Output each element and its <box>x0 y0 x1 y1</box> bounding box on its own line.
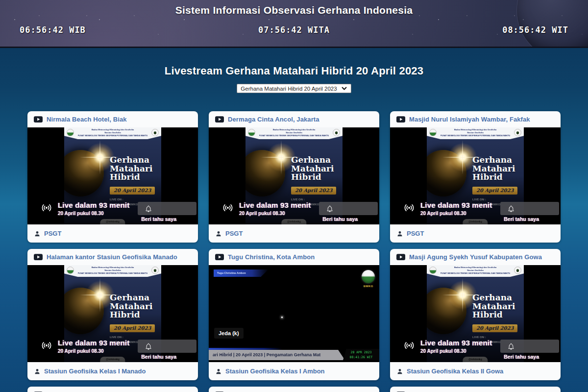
livestream-card: Halaman Kantor Stasiun Meteorologi Umbu … <box>27 387 198 392</box>
notify-label: Beri tahu saya <box>504 216 539 222</box>
cards-grid: Nirmala Beach Hotel, Biak Badan Meteorol… <box>27 111 561 392</box>
livestream-card: Masji Agung Syekh Yusuf Kabupaten Gowa B… <box>390 249 561 380</box>
card-footer: PSGT <box>27 224 198 243</box>
premiere-schedule-text: 20 April pukul 08.30 <box>58 348 129 354</box>
bell-icon <box>507 343 515 350</box>
livestream-card: Nirmala Beach Hotel, Biak Badan Meteorol… <box>390 387 561 392</box>
channel-link[interactable]: PSGT <box>44 230 61 237</box>
channel-link[interactable]: PSGT <box>225 230 243 237</box>
livestream-card: Nirmala Beach Hotel, Biak Badan Meteorol… <box>27 111 198 243</box>
video-player[interactable]: Tugu Christina Ambon BMKG Jeda (k) ari H… <box>209 265 379 362</box>
video-player[interactable]: Badan Meteorologi Klimatologi dan Geofis… <box>209 127 379 224</box>
bell-icon <box>145 343 152 350</box>
pause-tooltip: Jeda (k) <box>214 328 244 339</box>
bmkg-round-logo <box>362 270 375 283</box>
clock-wit: 08:56:42 WIT <box>502 25 568 35</box>
broadcast-icon <box>403 202 416 216</box>
person-icon <box>215 368 222 375</box>
bmkg-logo-label: BMKG <box>364 285 373 288</box>
video-player[interactable]: Badan Meteorologi Klimatologi dan Geofis… <box>390 127 561 224</box>
stream-location-link[interactable]: Tugu Christina, Kota Ambon <box>228 253 315 261</box>
card-header: Tugu Christina, Kota Ambon <box>209 249 379 265</box>
premiere-schedule-text: 20 April pukul 08.30 <box>420 348 492 354</box>
clock-wib-zone: WIB <box>69 25 86 35</box>
premiere-countdown: Live dalam 93 menit 20 April pukul 08.30 <box>420 201 492 216</box>
premiere-countdown: Live dalam 93 menit 20 April pukul 08.30 <box>420 339 492 354</box>
ticker-clock: 08:41:26 WIT <box>343 355 379 360</box>
channel-link[interactable]: Stasiun Geofisika Kelas II Gowa <box>407 368 503 375</box>
notify-button[interactable] <box>319 202 378 215</box>
youtube-icon <box>215 254 224 260</box>
chevron-down-icon <box>341 85 347 92</box>
premiere-countdown: Live dalam 93 menit 20 April pukul 08.30 <box>239 201 311 216</box>
livestream-card: Masjid Nurul Islamiyah Wambar, Fakfak Ba… <box>390 111 561 243</box>
clock-wit-time: 08:56:42 <box>502 25 546 35</box>
card-footer: Stasiun Geofisika Kelas I Manado <box>27 362 198 380</box>
live-location-banner: Tugu Christina Ambon <box>214 270 269 277</box>
livestream-card: Halaman kantor Stasiun Geofisika Manado … <box>27 249 198 380</box>
stream-location-link[interactable]: Halaman kantor Stasiun Geofisika Manado <box>47 253 177 261</box>
clock-wita: 07:56:42 WITA <box>258 25 330 35</box>
broadcast-icon <box>40 340 53 353</box>
bell-icon <box>326 205 334 213</box>
premiere-schedule-text: 20 April pukul 08.30 <box>420 211 492 216</box>
video-player[interactable]: Badan Meteorologi Klimatologi dan Geofis… <box>27 265 198 362</box>
card-header: Masji Agung Syekh Yusuf Kabupaten Gowa <box>390 249 561 265</box>
card-header: Dermaga Cinta Ancol, Jakarta <box>209 111 379 127</box>
stream-location-link[interactable]: Nirmala Beach Hotel, Biak <box>47 116 127 123</box>
broadcast-icon <box>403 340 416 353</box>
notify-label: Beri tahu saya <box>322 216 358 222</box>
card-footer: Stasiun Geofisika Kelas II Gowa <box>390 362 561 380</box>
channel-link[interactable]: Stasiun Geofisika Kelas I Ambon <box>225 368 325 375</box>
card-footer: PSGT <box>390 224 561 243</box>
event-select[interactable]: Gerhana Matahari Hibrid 20 April 2023 <box>237 84 351 93</box>
youtube-icon <box>34 254 43 260</box>
premiere-countdown-text: Live dalam 93 menit <box>58 201 129 209</box>
notify-button[interactable] <box>138 202 196 215</box>
premiere-countdown: Live dalam 93 menit 20 April pukul 08.30 <box>58 201 129 216</box>
video-player[interactable]: Badan Meteorologi Klimatologi dan Geofis… <box>27 127 198 224</box>
clock-wit-zone: WIT <box>552 25 568 35</box>
premiere-countdown-text: Live dalam 93 menit <box>58 339 129 347</box>
card-header: Halaman Kantor Stasiun Geofisika Mataram <box>209 387 379 392</box>
youtube-icon <box>34 116 43 122</box>
sun-spot <box>281 317 283 318</box>
stream-location-link[interactable]: Masji Agung Syekh Yusuf Kabupaten Gowa <box>409 253 542 261</box>
ticker-timestamp: 20 APR 2023 08:41:26 WIT <box>343 349 379 360</box>
channel-link[interactable]: PSGT <box>407 230 424 237</box>
broadcast-icon <box>40 202 53 216</box>
card-header: Nirmala Beach Hotel, Biak <box>390 387 561 392</box>
clock-wib: 06:56:42 WIB <box>20 25 86 35</box>
livestream-card: Tugu Christina, Kota Ambon Tugu Christin… <box>209 249 379 380</box>
sky-header: Sistem Informasi Observasi Gerhana Indon… <box>0 0 588 48</box>
ticker-date: 20 APR 2023 <box>343 350 379 355</box>
card-header: Halaman kantor Stasiun Geofisika Manado <box>27 249 198 265</box>
stream-location-link[interactable]: Masjid Nurul Islamiyah Wambar, Fakfak <box>409 116 530 123</box>
notify-button[interactable] <box>500 202 559 215</box>
broadcast-icon <box>221 202 234 216</box>
notify-button[interactable] <box>138 340 196 353</box>
person-icon <box>34 230 41 237</box>
notify-button[interactable] <box>500 340 559 353</box>
notify-label: Beri tahu saya <box>504 354 539 360</box>
premiere-schedule-text: 20 April pukul 08.30 <box>239 211 311 216</box>
stream-location-link[interactable]: Dermaga Cinta Ancol, Jakarta <box>228 116 319 123</box>
card-footer: Stasiun Geofisika Kelas I Ambon <box>209 362 379 380</box>
clock-wita-time: 07:56:42 <box>258 25 302 35</box>
youtube-icon <box>396 116 405 122</box>
livestream-card: Halaman Kantor Stasiun Geofisika Mataram… <box>209 387 379 392</box>
bell-icon <box>145 205 152 213</box>
app-title: Sistem Informasi Observasi Gerhana Indon… <box>0 0 588 16</box>
video-player[interactable]: Badan Meteorologi Klimatologi dan Geofis… <box>390 265 561 362</box>
page-title: Livestream Gerhana Matahari Hibrid 20 Ap… <box>0 65 588 77</box>
youtube-icon <box>396 254 405 260</box>
card-header: Halaman Kantor Stasiun Meteorologi Umbu … <box>27 387 198 392</box>
channel-link[interactable]: Stasiun Geofisika Kelas I Manado <box>44 368 146 375</box>
card-header: Masjid Nurul Islamiyah Wambar, Fakfak <box>390 111 561 127</box>
bell-icon <box>507 205 515 213</box>
clock-wib-time: 06:56:42 <box>20 25 64 35</box>
card-footer: PSGT <box>209 224 379 243</box>
livestream-card: Dermaga Cinta Ancol, Jakarta Badan Meteo… <box>209 111 379 243</box>
clock-row: 06:56:42 WIB 07:56:42 WITA 08:56:42 WIT <box>0 25 588 35</box>
premiere-countdown-text: Live dalam 93 menit <box>420 339 492 347</box>
